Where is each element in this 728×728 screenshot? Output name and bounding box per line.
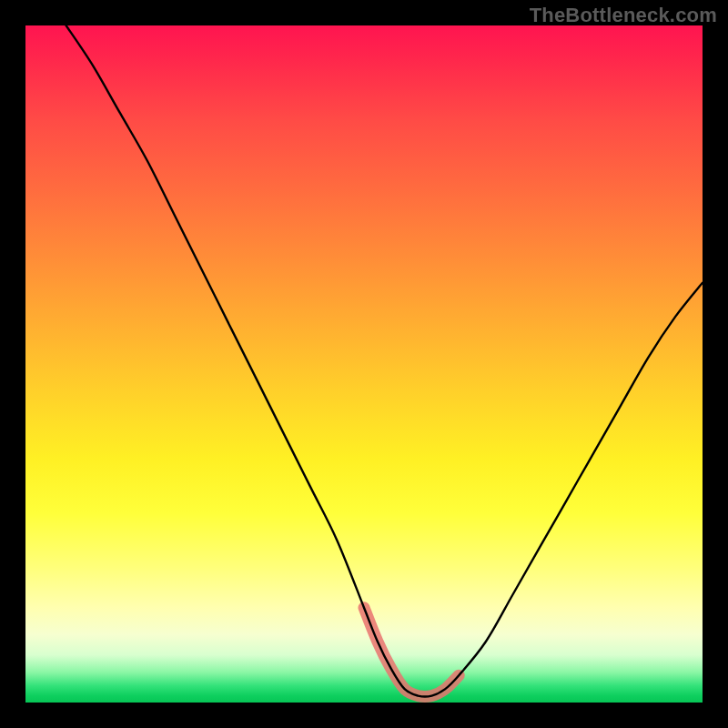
bottleneck-curve [66, 25, 703, 697]
plot-area [25, 25, 703, 703]
watermark-label: TheBottleneck.com [530, 4, 717, 27]
optimal-range-highlight [364, 608, 459, 697]
chart-frame: TheBottleneck.com [0, 0, 728, 728]
curve-svg [25, 25, 703, 703]
